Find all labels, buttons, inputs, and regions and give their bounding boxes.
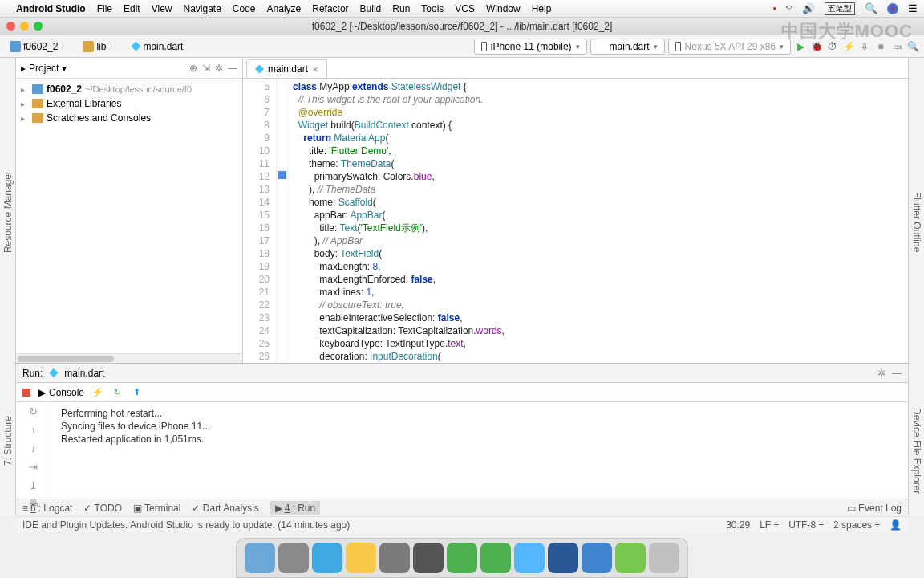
inspection-icon[interactable]: 👤 xyxy=(890,519,902,531)
logcat-tab[interactable]: ≡ 6: Logcat xyxy=(22,503,72,514)
device-file-explorer-tab[interactable]: Device File Explorer xyxy=(910,403,924,499)
avd-selector[interactable]: Nexus 5X API 29 x86▾ xyxy=(668,39,791,55)
record-icon[interactable]: ▪ xyxy=(772,2,776,14)
app-name[interactable]: Android Studio xyxy=(16,3,86,14)
menu-build[interactable]: Build xyxy=(360,3,382,14)
collapse-all-icon[interactable]: ⇲ xyxy=(202,63,210,74)
structure-tab[interactable]: 7: Structure xyxy=(1,411,15,470)
file-encoding[interactable]: UTF-8 ÷ xyxy=(788,519,824,531)
dock-app-5[interactable] xyxy=(413,543,444,573)
menu-navigate[interactable]: Navigate xyxy=(183,3,221,14)
run-button[interactable]: ▶ xyxy=(794,40,807,53)
menu-file[interactable]: File xyxy=(97,3,112,14)
minimize-window-button[interactable] xyxy=(20,22,29,31)
console-output[interactable]: Performing hot restart...Syncing files t… xyxy=(51,402,908,499)
open-devtools-icon[interactable]: ⬆ xyxy=(131,387,142,397)
avd-manager-button[interactable]: ▭ xyxy=(890,40,903,53)
stop-run-button[interactable] xyxy=(22,389,30,397)
close-window-button[interactable] xyxy=(6,22,15,31)
menu-refactor[interactable]: Refactor xyxy=(312,3,348,14)
resource-manager-tab[interactable]: Resource Manager xyxy=(1,166,15,258)
zoom-window-button[interactable] xyxy=(34,22,43,31)
hide-panel-icon[interactable]: — xyxy=(228,63,237,74)
cursor-position: 30:29 xyxy=(726,519,750,531)
menu-run[interactable]: Run xyxy=(392,3,410,14)
editor-area: main.dart✕ 56789101112131415161718192021… xyxy=(243,58,908,363)
event-log-tab[interactable]: ▭ Event Log xyxy=(847,503,902,514)
breadcrumb-folder[interactable]: lib 〉 xyxy=(78,38,123,55)
menu-view[interactable]: View xyxy=(152,3,172,14)
dock-app-7[interactable] xyxy=(480,543,511,573)
run-tab[interactable]: ▶ 4: Run xyxy=(270,501,320,515)
scroll-end-icon[interactable]: ⤓ xyxy=(29,479,38,491)
project-h-scrollbar[interactable] xyxy=(16,353,242,363)
dock-app-9[interactable] xyxy=(548,543,578,573)
run-hide-icon[interactable]: — xyxy=(892,368,902,379)
rerun-icon[interactable]: ↻ xyxy=(29,405,38,417)
volume-icon[interactable]: 🔊 xyxy=(802,2,815,14)
dock-app-3[interactable] xyxy=(346,543,376,573)
editor-tab-main[interactable]: main.dart✕ xyxy=(246,59,327,78)
wrap-icon[interactable]: ⇥ xyxy=(29,461,38,473)
settings-icon[interactable]: ✲ xyxy=(215,63,223,74)
attach-button[interactable]: ⇩ xyxy=(858,40,871,53)
dock-app-11[interactable] xyxy=(615,543,646,573)
line-separator[interactable]: LF ÷ xyxy=(760,519,779,531)
run-panel-config: main.dart xyxy=(64,368,104,379)
breadcrumb-project[interactable]: f0602_2 〉 xyxy=(5,38,75,55)
breadcrumb-file[interactable]: main.dart xyxy=(126,39,188,54)
run-settings-icon[interactable]: ✲ xyxy=(877,368,886,379)
dock-app-6[interactable] xyxy=(447,543,477,573)
menu-edit[interactable]: Edit xyxy=(124,3,140,14)
menu-tools[interactable]: Tools xyxy=(421,3,444,14)
menu-analyze[interactable]: Analyze xyxy=(267,3,302,14)
scroll-from-source-icon[interactable]: ⊕ xyxy=(189,63,197,74)
tree-item[interactable]: ▸Scratches and Consoles xyxy=(16,111,242,125)
ime-indicator[interactable]: 五笔型 xyxy=(825,2,855,15)
spotlight-icon[interactable]: 🔍 xyxy=(865,2,877,14)
hot-reload-icon[interactable]: ⚡ xyxy=(92,387,103,397)
right-tool-tabs: Flutter Outline Flutter Inspector Flutte… xyxy=(908,58,924,363)
close-tab-icon[interactable]: ✕ xyxy=(312,65,318,74)
flutter-outline-tab[interactable]: Flutter Outline xyxy=(910,187,924,257)
dock-app-1[interactable] xyxy=(278,543,309,573)
left-tool-tabs-lower: 7: Structure 2: Favorites xyxy=(0,363,16,515)
tree-item[interactable]: ▸External Libraries xyxy=(16,96,242,111)
dock-app-10[interactable] xyxy=(582,543,612,573)
dock-app-12[interactable] xyxy=(649,543,679,573)
project-view-selector[interactable]: ▸ Project ▾ xyxy=(21,63,67,74)
siri-icon[interactable] xyxy=(887,3,898,14)
stop-button[interactable]: ■ xyxy=(874,40,887,53)
menu-code[interactable]: Code xyxy=(233,3,256,14)
dock-app-8[interactable] xyxy=(514,543,545,573)
notification-center-icon[interactable]: ☰ xyxy=(908,2,918,14)
device-selector[interactable]: iPhone 11 (mobile)▾ xyxy=(474,39,587,55)
dock-app-0[interactable] xyxy=(245,543,275,573)
run-config-selector[interactable]: main.dart▾ xyxy=(590,39,665,55)
status-message: IDE and Plugin Updates: Android Studio i… xyxy=(22,519,350,531)
tree-item[interactable]: ▸f0602_2 ~/Desktop/lesson/source/f0 xyxy=(16,82,242,96)
status-bar: IDE and Plugin Updates: Android Studio i… xyxy=(16,516,908,532)
down-icon[interactable]: ↓ xyxy=(30,442,36,454)
macos-menubar: Android Studio FileEditViewNavigateCodeA… xyxy=(0,0,924,18)
search-button[interactable]: 🔍 xyxy=(906,40,919,53)
right-tool-tabs-lower: Device File Explorer xyxy=(908,363,924,515)
left-tool-tabs: Resource Manager 1: Project xyxy=(0,58,16,363)
hot-restart-icon[interactable]: ↻ xyxy=(111,387,123,397)
menu-window[interactable]: Window xyxy=(486,3,521,14)
menu-vcs[interactable]: VCS xyxy=(455,3,475,14)
dock-app-4[interactable] xyxy=(379,543,410,573)
menu-help[interactable]: Help xyxy=(532,3,552,14)
dock-app-2[interactable] xyxy=(312,543,342,573)
up-icon[interactable]: ↑ xyxy=(30,424,36,436)
hot-reload-button[interactable]: ⚡ xyxy=(842,40,855,53)
wifi-icon[interactable]: ⌔ xyxy=(786,2,792,14)
dart-analysis-tab[interactable]: ✓ Dart Analysis xyxy=(192,503,258,514)
todo-tab[interactable]: ✓ TODO xyxy=(83,503,122,514)
indent-setting[interactable]: 2 spaces ÷ xyxy=(833,519,880,531)
terminal-tab[interactable]: ▣ Terminal xyxy=(133,503,180,514)
profile-button[interactable]: ⏱ xyxy=(826,40,839,53)
code-editor[interactable]: 5678910111213141516171819202122232425262… xyxy=(243,79,908,363)
debug-button[interactable]: 🐞 xyxy=(810,40,823,53)
console-tab[interactable]: ▶ Console xyxy=(38,387,84,398)
